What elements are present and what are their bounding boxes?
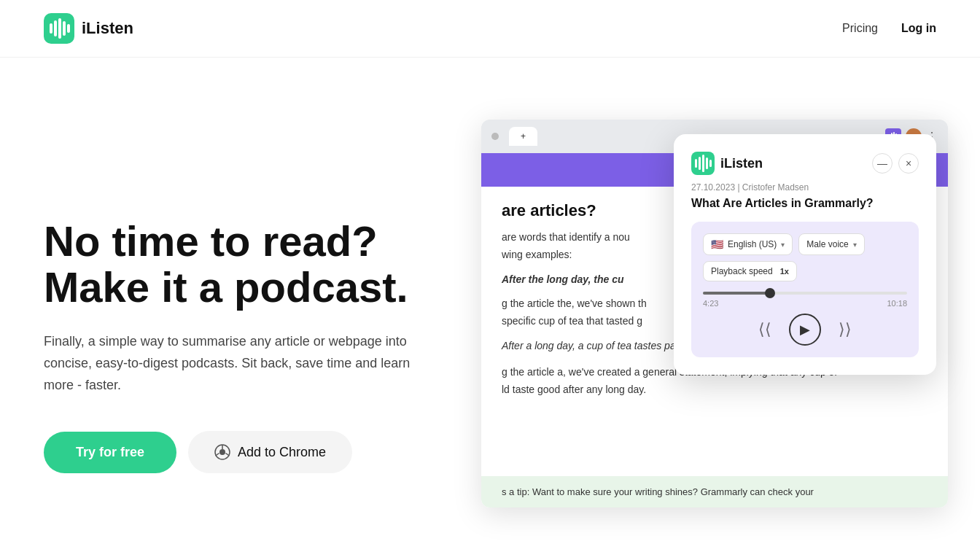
nav-login[interactable]: Log in xyxy=(901,22,936,35)
popup-controls: 🇺🇸 English (US) ▾ Male voice ▾ Playback … xyxy=(703,233,907,281)
popup-article-title: What Are Articles in Grammarly? xyxy=(691,197,919,210)
hero-subtext: Finally, a simple way to summarise any a… xyxy=(44,331,423,396)
hero-heading: No time to read? Make it a podcast. xyxy=(44,218,452,311)
popup-logo-text: iListen xyxy=(720,156,763,171)
time-total: 10:18 xyxy=(887,299,907,308)
svg-point-7 xyxy=(219,449,225,455)
voice-label: Male voice xyxy=(806,239,848,249)
popup-logo: iListen xyxy=(691,152,763,175)
svg-rect-3 xyxy=(58,18,61,39)
svg-rect-17 xyxy=(699,157,701,170)
popup-meta: 27.10.2023 | Cristofer Madsen xyxy=(691,182,919,192)
language-chevron: ▾ xyxy=(781,241,785,249)
popup-minimize-button[interactable]: — xyxy=(872,153,892,174)
svg-rect-20 xyxy=(709,160,712,167)
hero-right: + G ⋮ are articles? are words th xyxy=(481,105,936,557)
nav-links: Pricing Log in xyxy=(842,22,936,35)
voice-chevron: ▾ xyxy=(853,241,857,249)
svg-rect-19 xyxy=(706,158,708,169)
hero-heading-line2: Make it a podcast. xyxy=(44,263,408,311)
hero-left: No time to read? Make it a podcast. Fina… xyxy=(44,189,452,474)
flag-icon: 🇺🇸 xyxy=(711,238,723,250)
progress-bar-fill xyxy=(703,292,770,295)
progress-times: 4:23 10:18 xyxy=(703,299,907,308)
try-for-free-button[interactable]: Try for free xyxy=(44,432,176,473)
speed-select[interactable]: Playback speed 1x xyxy=(703,261,797,281)
forward-button[interactable]: ⟩⟩ xyxy=(839,320,852,339)
play-button[interactable]: ▶ xyxy=(789,314,821,346)
add-to-chrome-button[interactable]: Add to Chrome xyxy=(188,431,352,473)
navbar: iListen Pricing Log in xyxy=(0,0,980,58)
popup-close-button[interactable]: × xyxy=(898,153,919,174)
logo-icon xyxy=(44,13,74,44)
svg-rect-5 xyxy=(67,24,70,33)
browser-tab[interactable]: + xyxy=(509,127,537,146)
popup-bg-area: 🇺🇸 English (US) ▾ Male voice ▾ Playback … xyxy=(691,222,919,357)
hero-buttons: Try for free Add to Chrome xyxy=(44,431,452,473)
logo[interactable]: iListen xyxy=(44,13,133,44)
hero-heading-line1: No time to read? xyxy=(44,217,378,265)
svg-rect-18 xyxy=(702,155,704,172)
speed-value: 1x xyxy=(780,267,789,276)
time-current: 4:23 xyxy=(703,299,718,308)
popup-card: iListen — × 27.10.2023 | Cristofer Madse… xyxy=(674,134,936,375)
svg-rect-16 xyxy=(695,159,697,168)
popup-header: iListen — × xyxy=(691,152,919,175)
language-label: English (US) xyxy=(728,239,777,249)
popup-progress-area: 4:23 10:18 xyxy=(703,292,907,308)
hero-section: No time to read? Make it a podcast. Fina… xyxy=(0,58,980,560)
progress-bar-track[interactable] xyxy=(703,292,907,295)
progress-thumb xyxy=(765,288,775,298)
popup-playback: ⟨⟨ ▶ ⟩⟩ xyxy=(703,314,907,346)
nav-pricing[interactable]: Pricing xyxy=(842,22,878,35)
language-select[interactable]: 🇺🇸 English (US) ▾ xyxy=(703,233,793,255)
logo-text: iListen xyxy=(82,19,133,38)
popup-header-actions: — × xyxy=(872,153,919,174)
add-to-chrome-label: Add to Chrome xyxy=(238,445,326,460)
play-icon: ▶ xyxy=(800,322,810,338)
svg-rect-1 xyxy=(50,23,52,34)
svg-rect-4 xyxy=(63,21,66,36)
article-tip-bar: s a tip: Want to make sure your writing … xyxy=(481,476,948,508)
popup-logo-icon xyxy=(691,152,715,175)
rewind-button[interactable]: ⟨⟨ xyxy=(758,320,771,339)
svg-rect-2 xyxy=(54,20,57,36)
browser-dot-close xyxy=(491,133,499,140)
speed-label: Playback speed xyxy=(711,266,773,276)
chrome-icon xyxy=(214,444,230,460)
voice-select[interactable]: Male voice ▾ xyxy=(798,233,864,255)
